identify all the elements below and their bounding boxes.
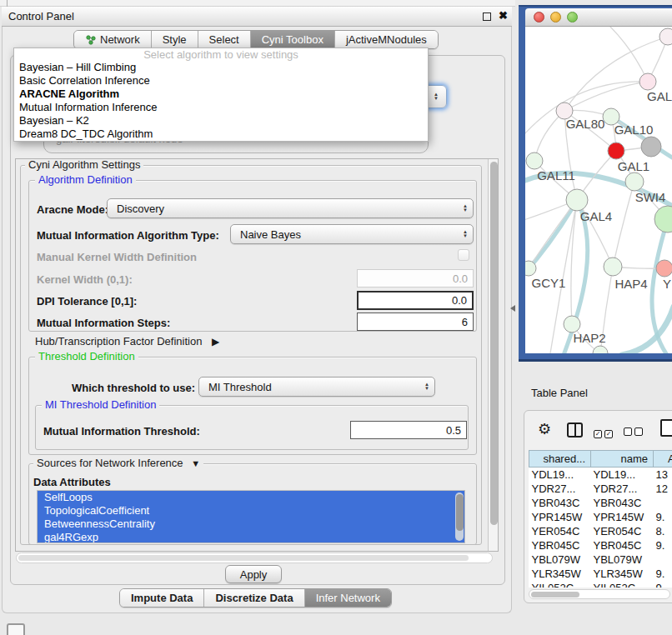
attribute-item[interactable]: BetweennessCentrality bbox=[38, 518, 464, 531]
network-node[interactable] bbox=[526, 152, 543, 169]
manual-kernel-label: Manual Kernel Width Definition bbox=[37, 251, 197, 263]
tab-select[interactable]: Select bbox=[198, 31, 251, 48]
mi-steps-label: Mutual Information Steps: bbox=[37, 317, 170, 329]
list-vscrollbar[interactable] bbox=[455, 492, 464, 541]
combo-value: Discovery bbox=[117, 202, 164, 215]
gear-icon[interactable]: ⚙ bbox=[538, 420, 551, 438]
minimized-panel-icon[interactable] bbox=[7, 623, 25, 635]
manual-kernel-checkbox[interactable] bbox=[458, 249, 469, 261]
table-hscrollbar[interactable] bbox=[529, 589, 670, 599]
close-traffic-light[interactable] bbox=[534, 12, 544, 22]
network-node[interactable] bbox=[564, 316, 580, 332]
table-cell: YDL19... bbox=[529, 468, 591, 482]
network-icon bbox=[85, 34, 96, 45]
tab-discretize-data[interactable]: Discretize Data bbox=[204, 589, 304, 607]
kernel-width-field[interactable]: 0.0 bbox=[357, 269, 474, 288]
column-header-shared-name[interactable]: shared... bbox=[529, 451, 591, 468]
network-node[interactable] bbox=[639, 73, 656, 90]
dropdown-item[interactable]: Bayesian – Hill Climbing bbox=[14, 61, 428, 74]
tab-network[interactable]: Network bbox=[74, 31, 152, 48]
page-icon[interactable] bbox=[660, 419, 672, 437]
stepper-icon: ▲▼ bbox=[463, 230, 468, 238]
expand-right-icon[interactable]: ▶ bbox=[212, 336, 219, 348]
hub-definition-expander[interactable]: Hub/Transcription Factor Definition ▶ bbox=[35, 335, 219, 348]
network-edge bbox=[609, 27, 648, 82]
table-cell: YBL079W bbox=[529, 552, 591, 567]
vscroll-thumb[interactable] bbox=[490, 162, 498, 525]
tab-style[interactable]: Style bbox=[152, 31, 198, 48]
dropdown-item[interactable]: Dream8 DC_TDC Algorithm bbox=[14, 128, 428, 141]
attribute-item[interactable]: TopologicalCoefficient bbox=[38, 504, 464, 518]
network-node[interactable] bbox=[625, 172, 644, 191]
settings-vscrollbar[interactable] bbox=[488, 159, 498, 551]
network-node[interactable] bbox=[641, 137, 661, 157]
apply-label: Apply bbox=[240, 568, 268, 581]
table-row[interactable]: YER054CYER054C8. bbox=[529, 524, 672, 538]
network-node[interactable] bbox=[593, 346, 608, 353]
table-cell: YDR27... bbox=[529, 482, 591, 496]
network-node[interactable] bbox=[525, 261, 536, 276]
network-node[interactable] bbox=[608, 142, 624, 159]
aracne-mode-combo[interactable]: Discovery ▲▼ bbox=[107, 198, 474, 218]
column-header-partial[interactable]: A bbox=[654, 451, 672, 468]
table-hscroll-thumb[interactable] bbox=[531, 592, 579, 598]
float-icon[interactable] bbox=[483, 12, 491, 21]
node-label: GAL80 bbox=[566, 117, 605, 131]
stepper-icon: ▲▼ bbox=[424, 382, 429, 391]
close-icon[interactable]: ✖ bbox=[499, 9, 508, 22]
stepper-icon: ▲▼ bbox=[463, 204, 468, 212]
table-row[interactable]: YDR27...YDR27...12 bbox=[529, 482, 672, 496]
dropdown-item[interactable]: Mutual Information Inference bbox=[14, 101, 428, 114]
column-view-icon[interactable] bbox=[567, 422, 583, 438]
node-label: GAL10 bbox=[614, 122, 654, 137]
dropdown-item[interactable]: ARACNE Algorithm bbox=[14, 88, 428, 101]
mi-steps-field[interactable]: 6 bbox=[357, 312, 474, 331]
table-row[interactable]: YDL19...YDL19...13 bbox=[529, 468, 672, 482]
tab-impute-data[interactable]: Impute Data bbox=[120, 589, 204, 607]
checked-boxes-icon[interactable]: ✓✓ bbox=[594, 426, 615, 438]
hscroll-thumb[interactable] bbox=[18, 555, 469, 561]
list-vscroll-thumb[interactable] bbox=[456, 494, 464, 531]
table-cell: YBR043C bbox=[591, 496, 654, 510]
network-edge bbox=[622, 307, 672, 353]
divider-collapse-icon[interactable] bbox=[510, 305, 515, 312]
tab-infer-network[interactable]: Infer Network bbox=[305, 589, 391, 607]
table-row[interactable]: YBL079WYBL079W bbox=[529, 552, 672, 567]
table-row[interactable]: YLR345WYLR345W9. bbox=[529, 567, 672, 581]
zoom-traffic-light[interactable] bbox=[567, 12, 578, 22]
network-node[interactable] bbox=[604, 258, 622, 276]
mi-threshold-field[interactable]: 0.5 bbox=[350, 421, 467, 439]
dropdown-item[interactable]: Basic Correlation Inference bbox=[14, 74, 428, 88]
apply-button[interactable]: Apply bbox=[225, 565, 282, 583]
desktop: { "window": { "title": "Control Panel" }… bbox=[0, 0, 672, 635]
mi-type-combo[interactable]: Naive Bayes ▲▼ bbox=[230, 224, 474, 244]
network-node[interactable] bbox=[654, 206, 672, 232]
node-label: SWI4 bbox=[635, 190, 666, 204]
control-panel-titlebar[interactable]: Control Panel ✖ bbox=[2, 7, 512, 27]
dpi-tolerance-field[interactable]: 0.0 bbox=[357, 291, 474, 310]
unchecked-boxes-icon[interactable] bbox=[624, 426, 645, 438]
settings-hscrollbar[interactable] bbox=[16, 552, 493, 563]
which-threshold-combo[interactable]: MI Threshold ▲▼ bbox=[198, 377, 435, 397]
attribute-item[interactable]: SelfLoops bbox=[38, 491, 464, 504]
attribute-item[interactable]: gal4RGexp bbox=[38, 531, 464, 543]
network-canvas[interactable]: GALGAL80GAL10GAL1GAL11SWI4GAL4GCY1HAP4YH… bbox=[525, 27, 672, 353]
collapse-down-icon[interactable]: ▼ bbox=[191, 458, 200, 468]
table-row[interactable]: YIL052CYIL052C9. bbox=[529, 581, 672, 588]
network-node[interactable] bbox=[566, 189, 588, 211]
column-header-name[interactable]: name bbox=[591, 451, 654, 468]
table-row[interactable]: YBR045CYBR045C9. bbox=[529, 538, 672, 552]
table-row[interactable]: YBR043CYBR043C bbox=[529, 496, 672, 510]
dropdown-prompt: Select algorithm to view settings bbox=[14, 48, 428, 61]
table-cell: YBR043C bbox=[529, 496, 591, 510]
network-node[interactable] bbox=[656, 260, 672, 277]
tab-cyni-toolbox[interactable]: Cyni Toolbox bbox=[251, 31, 335, 48]
tab-jactivemnodules[interactable]: jActiveMNodules bbox=[335, 31, 438, 48]
network-node[interactable] bbox=[659, 28, 672, 45]
dropdown-item[interactable]: Bayesian – K2 bbox=[14, 114, 428, 128]
table-row[interactable]: YPR145WYPR145W9. bbox=[529, 510, 672, 524]
network-window-titlebar[interactable] bbox=[525, 8, 672, 27]
field-value: 0.0 bbox=[453, 272, 468, 285]
data-attributes-list[interactable]: SelfLoopsTopologicalCoefficientBetweenne… bbox=[37, 490, 465, 543]
minimize-traffic-light[interactable] bbox=[550, 12, 561, 22]
